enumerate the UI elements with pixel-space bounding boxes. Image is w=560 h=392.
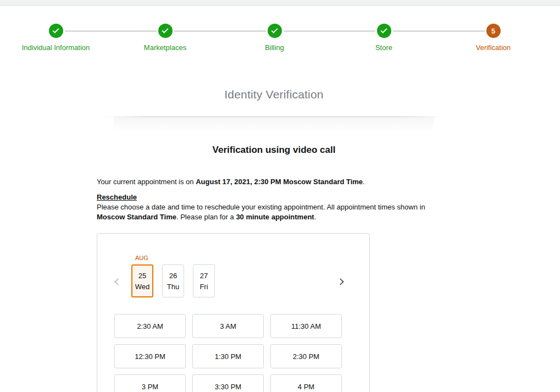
date-weekday: Fri (199, 281, 208, 292)
step-complete-badge (377, 24, 391, 38)
current-appointment-text: Your current appointment is on August 17… (97, 177, 451, 187)
main-content: Identity Verification Verification using… (97, 88, 451, 392)
date-weekday: Wed (135, 281, 150, 292)
time-slot[interactable]: 1:30 PM (192, 344, 264, 368)
check-icon (271, 27, 278, 34)
step-complete-badge (158, 24, 173, 38)
time-slot[interactable]: 11:30 AM (270, 314, 342, 338)
step-verification: 5 Verification (439, 24, 548, 52)
scheduler-card: AUG 25 Wed 26 Thu 27 Fri (97, 233, 370, 392)
time-slot[interactable]: 2:30 PM (270, 344, 342, 368)
appointment-prefix: Your current appointment is on (97, 178, 196, 186)
date-option-aug-25[interactable]: 25 Wed (131, 264, 153, 297)
progress-stepper: Individual Information Marketplaces Bill… (1, 24, 548, 52)
check-icon (380, 27, 387, 34)
time-slot[interactable]: 3:30 PM (192, 374, 264, 392)
time-slot[interactable]: 4 PM (270, 374, 342, 392)
time-slot[interactable]: 12:30 PM (114, 344, 186, 368)
step-individual-information: Individual Information (1, 24, 110, 52)
date-weekday: Thu (167, 281, 179, 292)
reschedule-link[interactable]: Reschedule (97, 192, 137, 202)
instructions-text: Please choose a date and time to resched… (97, 203, 425, 211)
instructions-text: . (314, 213, 317, 221)
next-dates-button[interactable] (335, 277, 345, 286)
step-billing: Billing (220, 24, 329, 52)
reschedule-instructions: Please choose a date and time to resched… (97, 202, 439, 222)
appointment-datetime: August 17, 2021, 2:30 PM Moscow Standard… (196, 178, 363, 186)
chevron-right-icon (337, 278, 344, 285)
step-label: Verification (476, 43, 511, 52)
check-icon (52, 27, 59, 34)
collapsed-header-bar (0, 0, 560, 6)
timezone-text: Moscow Standard Time (97, 213, 176, 221)
check-icon (162, 27, 168, 34)
time-slot[interactable]: 2:30 AM (114, 314, 186, 338)
step-label: Billing (265, 43, 284, 52)
date-day: 25 (138, 270, 146, 281)
month-label: AUG (135, 255, 369, 262)
step-marketplaces: Marketplaces (110, 24, 220, 52)
time-slot[interactable]: 3 PM (114, 374, 186, 392)
date-day: 27 (200, 270, 208, 281)
chevron-left-icon (114, 278, 121, 285)
date-picker: 25 Wed 26 Thu 27 Fri (97, 264, 369, 297)
appointment-suffix: . (363, 178, 365, 186)
time-slot[interactable]: 3 AM (192, 314, 264, 338)
step-complete-badge (268, 24, 282, 38)
time-slot-grid: 2:30 AM 3 AM 11:30 AM 12:30 PM 1:30 PM 2… (114, 314, 369, 392)
date-day: 26 (169, 270, 177, 281)
divider (103, 117, 445, 133)
page: Individual Information Marketplaces Bill… (0, 0, 560, 392)
instructions-text: . Please plan for a (176, 213, 236, 221)
date-option-aug-27[interactable]: 27 Fri (193, 264, 215, 297)
step-store: Store (329, 24, 439, 52)
step-label: Individual Information (22, 43, 90, 52)
previous-dates-button[interactable] (113, 277, 123, 286)
step-number-badge: 5 (486, 24, 501, 38)
date-option-aug-26[interactable]: 26 Thu (162, 264, 184, 297)
section-heading: Verification using video call (97, 145, 451, 156)
duration-text: 30 minute appointment (236, 213, 314, 221)
step-complete-badge (49, 24, 63, 38)
page-title: Identity Verification (97, 88, 451, 101)
step-label: Store (375, 43, 392, 52)
step-label: Marketplaces (144, 43, 186, 52)
